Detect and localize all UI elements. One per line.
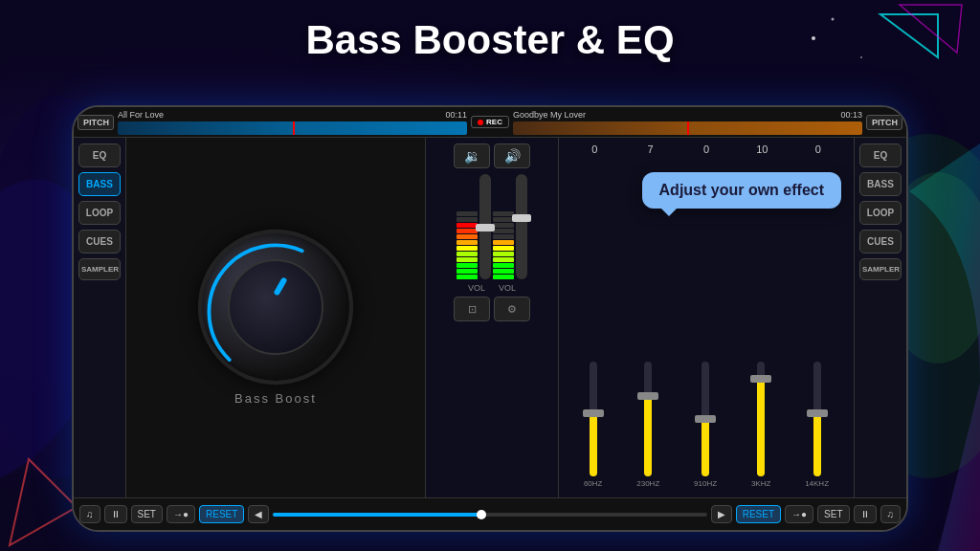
vu-seg — [457, 269, 478, 274]
mixer-bottom-buttons: ⊡ ⚙ — [454, 297, 530, 321]
vu-seg — [493, 252, 514, 256]
eq-fader-60hz[interactable] — [590, 362, 597, 476]
right-next-button[interactable]: ▶ — [711, 505, 732, 523]
vu-seg — [493, 269, 514, 274]
mixer-faders — [457, 174, 527, 279]
pitch-left-button[interactable]: PITCH — [78, 115, 114, 130]
left-sampler-button[interactable]: SAMPLER — [78, 258, 121, 280]
eq-fader-3khz[interactable] — [757, 362, 765, 476]
eq-fill-60hz — [590, 413, 597, 476]
track-right-time: 00:13 — [840, 110, 862, 120]
eq-label-910hz: 910HZ — [694, 479, 717, 488]
eq-val-4: 0 — [805, 143, 832, 155]
vol-fader-left[interactable] — [479, 174, 491, 279]
vol-label-right: VOL — [497, 283, 518, 293]
bass-knob[interactable] — [199, 231, 352, 384]
eq-faders: 60HZ 230HZ — [567, 159, 846, 492]
right-panel: EQ BASS LOOP CUES SAMPLER — [854, 138, 906, 497]
vol-fader-right[interactable] — [516, 174, 527, 279]
eq-thumb-60hz[interactable] — [583, 409, 604, 417]
knob-indicator — [273, 276, 287, 296]
track-left-time: 00:11 — [446, 110, 468, 120]
vu-seg — [457, 275, 478, 279]
knob-inner — [228, 259, 323, 355]
mixer-top-buttons: 🔉 🔊 — [454, 143, 530, 168]
rec-label: REC — [486, 118, 502, 126]
app-inner: PITCH All For Love 00:11 REC Goodbye My … — [74, 107, 906, 530]
progress-bar[interactable] — [273, 513, 706, 517]
left-music-button[interactable]: ♫ — [79, 505, 100, 523]
left-set-button[interactable]: SET — [131, 505, 163, 523]
left-pause-button[interactable]: ⏸ — [104, 505, 127, 523]
left-bass-button[interactable]: BASS — [78, 172, 121, 196]
left-cues-button[interactable]: CUES — [78, 230, 121, 253]
eq-fader-14khz[interactable] — [813, 362, 821, 476]
vu-seg — [457, 257, 478, 262]
left-reset-button[interactable]: RESET — [199, 505, 244, 523]
vol-fader-left-thumb[interactable] — [476, 224, 495, 231]
vu-seg — [457, 229, 478, 233]
eq-band-3khz: 3KHZ — [751, 362, 770, 488]
eq-fader-230hz[interactable] — [644, 362, 652, 476]
knob-container[interactable] — [199, 231, 352, 384]
right-pause-button[interactable]: ⏸ — [854, 505, 877, 523]
eq-band-14khz: 14KHZ — [805, 362, 829, 488]
eq-fader-910hz[interactable] — [702, 362, 709, 476]
track-right-info: Goodbye My Lover 00:13 — [513, 109, 862, 121]
right-cues-button[interactable]: CUES — [859, 230, 902, 253]
page-title: Bass Booster & EQ — [0, 17, 980, 63]
track-left-section: All For Love 00:11 — [114, 109, 471, 136]
eq-val-1: 7 — [637, 143, 664, 155]
vu-meter-left — [457, 174, 478, 279]
track-right-section: Goodbye My Lover 00:13 — [509, 109, 866, 136]
right-music-button[interactable]: ♫ — [880, 505, 902, 523]
left-loop-button[interactable]: LOOP — [78, 201, 121, 225]
left-eq-button[interactable]: EQ — [78, 143, 121, 167]
progress-fill — [273, 513, 481, 517]
mixer-settings-button[interactable]: ⚙ — [494, 297, 530, 321]
mixer-vol-labels: VOL VOL — [466, 283, 518, 293]
eq-thumb-230hz[interactable] — [637, 392, 658, 400]
eq-val-3: 10 — [748, 143, 775, 155]
right-loop-button[interactable]: LOOP — [859, 201, 902, 225]
settings-icon: ⚙ — [507, 303, 517, 316]
eq-band-230hz: 230HZ — [636, 362, 659, 488]
eq-thumb-3khz[interactable] — [750, 375, 771, 383]
right-bass-button[interactable]: BASS — [859, 172, 902, 196]
left-arrow-button[interactable]: →● — [167, 505, 195, 523]
vu-seg — [457, 240, 478, 245]
right-arrow-button[interactable]: →● — [785, 505, 813, 523]
vu-seg — [457, 211, 478, 216]
right-set-button[interactable]: SET — [817, 505, 849, 523]
vol-down-icon: 🔉 — [464, 148, 480, 164]
eq-thumb-910hz[interactable] — [695, 415, 716, 423]
vu-seg — [493, 229, 514, 233]
right-reset-button[interactable]: RESET — [736, 505, 781, 523]
vu-seg — [493, 257, 514, 262]
vu-seg — [457, 234, 478, 239]
vol-label-left: VOL — [466, 283, 487, 293]
vu-seg — [493, 211, 514, 216]
eq-label-230hz: 230HZ — [636, 479, 659, 488]
playhead-left — [293, 121, 295, 135]
waveform-right — [513, 121, 862, 135]
vol-fader-right-thumb[interactable] — [512, 214, 531, 222]
left-prev-button[interactable]: ◀ — [248, 505, 269, 523]
mixer-record-button[interactable]: ⊡ — [454, 297, 490, 321]
eq-thumb-14khz[interactable] — [807, 409, 828, 417]
rec-button[interactable]: REC — [471, 116, 509, 128]
vu-seg — [493, 240, 514, 245]
eq-fill-230hz — [644, 396, 652, 476]
transport-bar: PITCH All For Love 00:11 REC Goodbye My … — [74, 107, 906, 138]
waveform-left — [118, 121, 467, 135]
bottom-transport: ♫ ⏸ SET →● RESET ◀ ▶ RESET →● SET ⏸ ♫ — [74, 497, 906, 530]
vol-down-button[interactable]: 🔉 — [454, 143, 490, 168]
right-sampler-button[interactable]: SAMPLER — [859, 258, 902, 280]
tooltip-bubble: Adjust your own effect — [642, 172, 841, 209]
progress-thumb[interactable] — [477, 510, 486, 519]
pitch-right-button[interactable]: PITCH — [866, 115, 902, 130]
vu-seg — [457, 252, 478, 256]
right-eq-button[interactable]: EQ — [859, 143, 902, 167]
vol-up-button[interactable]: 🔊 — [494, 143, 530, 168]
rec-dot — [478, 120, 483, 125]
